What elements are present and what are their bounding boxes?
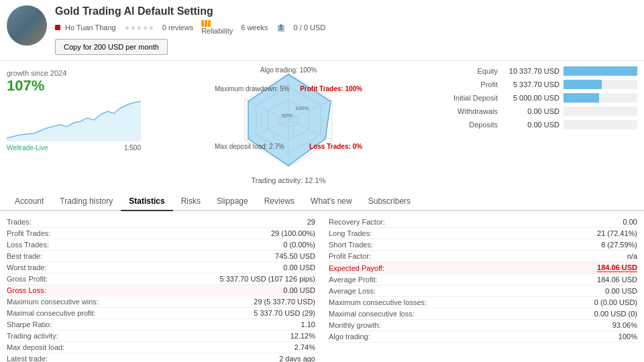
stat-row: Gross Loss: 0.00 USD [7,285,315,296]
stat-value: 29 [307,218,315,226]
svg-text:50%: 50% [282,113,292,119]
reliability-section: Reliability [201,20,233,35]
stat-label: Latest trade: [7,355,48,362]
equity-value: 0.00 USD [503,121,564,129]
equity-label: Profit [436,80,503,88]
stat-row: Average Profit: 184.06 USD [329,274,637,286]
stat-value: 5 337.70 USD (107 126 pips) [220,275,315,283]
growth-percentage: 107% [7,77,141,95]
equity-row: Initial Deposit 5 000.00 USD [436,93,637,103]
stat-value: 0.00 USD [283,263,315,272]
stats-content: Trades: 29 Profit Trades: 29 (100.00%) L… [0,211,644,362]
stat-row: Gross Profit: 5 337.70 USD (107 126 pips… [7,274,315,285]
stat-value: 0.00 USD [605,287,637,295]
stat-row: Short Trades: 8 (27.59%) [329,239,637,251]
stat-label: Maximum consecutive wins: [7,298,99,306]
stat-row: Loss Trades: 0 (0.00%) [7,239,315,251]
stat-value: 29 (5 337.70 USD) [254,298,315,306]
rel-bar-2 [205,20,207,27]
stat-row: Sharpe Ratio: 1.10 [7,319,315,330]
equity-label: Initial Deposit [436,94,503,102]
stat-row: Best trade: 745.50 USD [7,251,315,262]
radar-drawdown: Maximum drawdown: 5% [215,85,290,93]
svg-text:100%: 100% [295,105,309,111]
avatar [7,5,47,46]
equity-value: 5 337.70 USD [503,80,564,88]
equity-bar [564,80,602,89]
stat-row: Trades: 29 [7,217,315,228]
stat-label: Max deposit load: [7,343,64,351]
trading-activity-label: Trading activity: 12.1% [252,176,326,184]
tab-slippage[interactable]: Slippage [209,192,256,211]
stat-row: Maximum consecutive wins: 29 (5 337.70 U… [7,296,315,308]
tab-account[interactable]: Account [7,192,52,211]
author-label: Ho Tuan Thang [55,23,116,32]
tab-risks[interactable]: Risks [173,192,209,211]
equity-value: 0.00 USD [503,107,564,115]
radar-deposit: Max deposit load: 2.7% [215,143,284,150]
stat-value: 2 days ago [279,355,315,362]
stat-label: Gross Loss: [7,286,46,294]
reliability-bars [201,20,231,27]
equity-row: Withdrawals 0.00 USD [436,107,637,116]
header: Gold Trading Al Default Setting Ho Tuan … [0,0,644,61]
tab-subscribers[interactable]: Subscribers [360,192,419,211]
main-content: growth since 2024 107% Weltrade-Live 1:5… [0,61,644,190]
mini-chart-svg [7,95,141,141]
stat-value: 100% [619,333,637,341]
stat-value: 29 (100.00%) [271,229,315,237]
balance-icon: 🏦 [276,23,286,32]
stats-right-col: Recovery Factor: 0.00 Long Trades: 21 (7… [329,217,637,362]
center-panel: 50% 100% Algo trading: 100% Profit Trade… [148,61,429,190]
stat-label: Short Trades: [329,241,373,249]
stat-value: 0.00 USD [283,286,315,294]
tab-trading-history[interactable]: Trading history [52,192,121,211]
stat-row: Worst trade: 0.00 USD [7,262,315,274]
equity-bar-container [564,80,637,89]
broker-name: Weltrade-Live [7,144,48,152]
stat-value: 184.06 USD [597,263,637,272]
radar-svg: 50% 100% [215,66,362,174]
equity-bar-container [564,93,637,103]
stat-value: 5 337.70 USD (29) [254,309,315,317]
tab-reviews[interactable]: Reviews [256,192,303,211]
stat-value: 0 (0.00 USD) [594,298,637,306]
stat-label: Worst trade: [7,263,47,272]
stat-label: Recovery Factor: [329,218,385,226]
stat-label: Monthly growth: [329,321,381,329]
stat-label: Maximal consecutive profit: [7,309,96,317]
equity-bar-container [564,120,637,129]
radar-loss: Loss Trades: 0% [309,143,362,150]
stat-label: Expected Payoff: [329,264,384,272]
period-label: 6 weeks [241,23,268,32]
stat-row: Max deposit load: 2.74% [7,342,315,353]
status-dot [55,25,60,30]
stat-value: 21 (72.41%) [597,229,637,237]
stat-value: 93.06% [612,321,637,329]
tab-statistics[interactable]: Statistics [121,192,172,211]
stat-row: Monthly growth: 93.06% [329,320,637,331]
reliability-label: Reliability [201,27,233,35]
mini-chart-area [7,95,141,141]
stat-value: 0.00 [623,218,637,226]
stat-row: Expected Payoff: 184.06 USD [329,262,637,274]
broker-info: Weltrade-Live 1:500 [7,144,141,152]
stat-value: 0 (0.00%) [283,241,315,249]
equity-value: 10 337.70 USD [503,67,564,75]
tab-what's-new[interactable]: What's new [303,192,360,211]
radar-chart: 50% 100% Algo trading: 100% Profit Trade… [215,66,362,174]
copy-button[interactable]: Copy for 200 USD per month [55,39,168,55]
stat-label: Maximal consecutive loss: [329,310,415,318]
growth-label: growth since 2024 [7,69,141,77]
page-title: Gold Trading Al Default Setting [55,5,637,17]
stat-label: Algo trading: [329,333,370,341]
rel-bar-1 [201,20,204,27]
equity-bar-container [564,107,637,116]
stat-label: Average Loss: [329,287,376,295]
equity-label: Deposits [436,121,503,129]
stat-label: Maximum consecutive losses: [329,298,427,306]
equity-row: Profit 5 337.70 USD [436,80,637,89]
svg-marker-0 [7,101,141,141]
stat-row: Algo trading: 100% [329,331,637,343]
stat-label: Sharpe Ratio: [7,320,52,328]
